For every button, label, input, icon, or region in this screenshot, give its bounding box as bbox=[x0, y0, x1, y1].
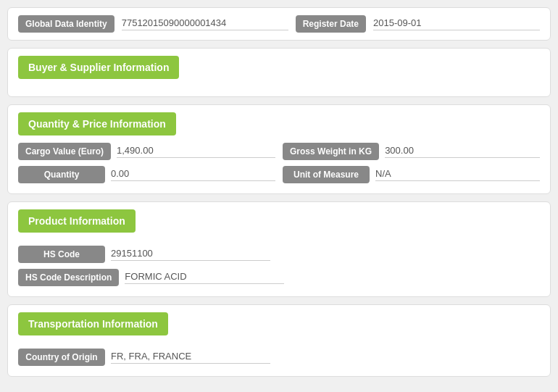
hs-code-desc-label: HS Code Description bbox=[18, 269, 119, 286]
identity-card: Global Data Identity 7751201509000000143… bbox=[7, 7, 551, 41]
register-date-label: Register Date bbox=[296, 15, 366, 33]
quantity-price-section: Quantity & Price Information Cargo Value… bbox=[7, 104, 551, 194]
unit-of-measure-label: Unit of Measure bbox=[283, 166, 370, 183]
cargo-value-row: Cargo Value (Euro) 1,490.00 bbox=[18, 143, 275, 160]
gross-weight-label: Gross Weight in KG bbox=[283, 143, 379, 160]
buyer-supplier-title: Buyer & Supplier Information bbox=[18, 56, 179, 79]
quantity-label: Quantity bbox=[18, 166, 105, 183]
transportation-section: Transportation Information Country of Or… bbox=[7, 304, 551, 377]
product-section: Product Information HS Code 29151100 HS … bbox=[7, 201, 551, 297]
unit-of-measure-row: Unit of Measure N/A bbox=[283, 166, 540, 183]
register-date-value: 2015-09-01 bbox=[373, 17, 540, 30]
hs-code-value: 29151100 bbox=[111, 248, 270, 261]
cargo-value-value: 1,490.00 bbox=[117, 145, 275, 158]
quantity-value: 0.00 bbox=[111, 168, 275, 181]
hs-code-desc-row: HS Code Description FORMIC ACID bbox=[8, 269, 550, 286]
hs-code-row: HS Code 29151100 bbox=[8, 246, 550, 263]
cargo-value-label: Cargo Value (Euro) bbox=[18, 143, 111, 160]
global-data-label: Global Data Identity bbox=[18, 15, 114, 33]
product-title: Product Information bbox=[18, 209, 136, 233]
gross-weight-value: 300.00 bbox=[385, 145, 540, 158]
page-container: Global Data Identity 7751201509000000143… bbox=[7, 7, 551, 377]
country-of-origin-label: Country of Origin bbox=[18, 349, 105, 366]
quantity-row: Quantity 0.00 bbox=[18, 166, 275, 183]
country-of-origin-value: FR, FRA, FRANCE bbox=[111, 351, 270, 364]
transportation-title: Transportation Information bbox=[18, 312, 168, 335]
quantity-price-title: Quantity & Price Information bbox=[18, 112, 176, 135]
hs-code-desc-value: FORMIC ACID bbox=[125, 271, 284, 284]
country-of-origin-row: Country of Origin FR, FRA, FRANCE bbox=[8, 349, 550, 366]
hs-code-label: HS Code bbox=[18, 246, 105, 263]
gross-weight-row: Gross Weight in KG 300.00 bbox=[283, 143, 540, 160]
unit-of-measure-value: N/A bbox=[375, 168, 540, 181]
quantity-price-fields: Cargo Value (Euro) 1,490.00 Gross Weight… bbox=[8, 143, 550, 183]
buyer-supplier-section: Buyer & Supplier Information bbox=[7, 48, 551, 97]
global-data-value: 77512015090000001434 bbox=[122, 17, 288, 30]
